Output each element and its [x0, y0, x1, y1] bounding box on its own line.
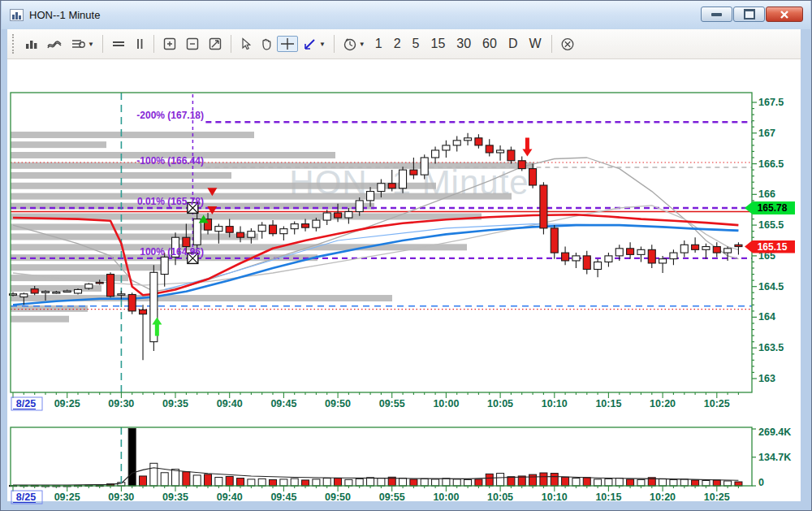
- vertical-lines-button[interactable]: [131, 36, 149, 52]
- volume-axis: 269.4K134.7K0: [752, 427, 791, 489]
- svg-text:09:50: 09:50: [325, 398, 351, 409]
- window-title: HON--1 Minute: [29, 9, 100, 21]
- toolbar-grip[interactable]: [12, 34, 16, 54]
- svg-text:0: 0: [758, 477, 764, 488]
- timeframe-5-button[interactable]: 5: [407, 36, 425, 52]
- timeframe-30-button[interactable]: 30: [451, 36, 477, 52]
- svg-text:10:25: 10:25: [704, 398, 730, 409]
- toolbar-separator: [334, 35, 335, 53]
- parallel-bars-icon: [134, 37, 145, 50]
- indicators-button[interactable]: ▼: [67, 36, 97, 52]
- trendline-icon: [303, 37, 317, 50]
- fib-level-label: -200% (167.18): [103, 110, 204, 121]
- zoom-out-icon: [185, 37, 200, 50]
- svg-text:167.5: 167.5: [758, 97, 784, 108]
- svg-text:09:40: 09:40: [217, 492, 243, 503]
- svg-text:10:20: 10:20: [650, 492, 676, 503]
- svg-text:09:30: 09:30: [108, 398, 134, 409]
- svg-text:09:30: 09:30: [108, 492, 134, 503]
- crosshair-icon: [280, 37, 295, 50]
- zoom-window-icon: [208, 37, 222, 50]
- dropdown-arrow-icon: ▼: [359, 41, 365, 48]
- dropdown-arrow-icon: ▼: [319, 41, 326, 48]
- timeframe-15-button[interactable]: 15: [425, 36, 451, 52]
- toolbar-separator: [551, 35, 552, 53]
- line-style-button[interactable]: [44, 36, 65, 52]
- volume-chart[interactable]: 269.4K134.7K08/2509:2509:3009:3509:4009:…: [7, 426, 802, 507]
- svg-text:10:00: 10:00: [433, 492, 459, 503]
- svg-text:269.4K: 269.4K: [758, 427, 791, 438]
- zoom-out-button[interactable]: [182, 36, 203, 52]
- price-tag-green: 165.78: [745, 201, 795, 214]
- svg-text:10:20: 10:20: [650, 398, 676, 409]
- equals-icon: [111, 37, 126, 50]
- close-button[interactable]: [766, 6, 803, 22]
- svg-text:10:10: 10:10: [542, 398, 568, 409]
- svg-text:163.5: 163.5: [758, 342, 784, 353]
- timeframe-2-button[interactable]: 2: [388, 36, 407, 52]
- timeframe-week-button[interactable]: W: [523, 36, 546, 52]
- svg-text:09:35: 09:35: [162, 492, 188, 503]
- pointer-icon: [240, 37, 251, 50]
- svg-text:10:15: 10:15: [595, 492, 621, 503]
- zoom-window-button[interactable]: [205, 36, 226, 52]
- svg-text:134.7K: 134.7K: [758, 452, 791, 463]
- svg-text:10:05: 10:05: [487, 398, 513, 409]
- svg-text:09:25: 09:25: [54, 398, 80, 409]
- zoom-in-icon: [162, 37, 177, 50]
- toolbar: ▼ ▼ ▼ 1 2 5 15 30 60 D W: [7, 29, 801, 59]
- pan-hand-icon: [259, 37, 272, 50]
- time-axis: 8/2509:2509:3009:3509:4009:4509:5009:551…: [11, 392, 738, 410]
- svg-text:09:35: 09:35: [162, 398, 188, 409]
- fib-level-label: 0.01% (165.78): [103, 196, 204, 207]
- svg-text:164.5: 164.5: [758, 281, 784, 292]
- svg-text:8/25: 8/25: [16, 492, 36, 503]
- timeframe-60-button[interactable]: 60: [477, 36, 503, 52]
- title-bar[interactable]: HON--1 Minute: [2, 1, 810, 29]
- timeframe-1-button[interactable]: 1: [369, 36, 388, 52]
- toolbar-separator: [102, 35, 103, 53]
- crosshair-button[interactable]: [277, 36, 298, 52]
- chart-style-button[interactable]: [21, 36, 42, 52]
- svg-text:8/25: 8/25: [16, 398, 36, 409]
- svg-text:10:25: 10:25: [704, 492, 730, 503]
- svg-text:165.5: 165.5: [758, 219, 784, 231]
- restore-button[interactable]: [733, 6, 765, 22]
- pan-hand-button[interactable]: [256, 36, 275, 52]
- indicators-icon: [70, 37, 86, 50]
- time-interval-button[interactable]: ▼: [339, 36, 369, 53]
- trendline-button[interactable]: ▼: [300, 36, 329, 52]
- svg-text:167: 167: [758, 128, 775, 139]
- svg-text:10:10: 10:10: [542, 492, 568, 503]
- price-tag-red: 165.15: [745, 240, 795, 253]
- svg-text:09:50: 09:50: [325, 492, 351, 503]
- svg-text:166.5: 166.5: [758, 158, 784, 170]
- zoom-in-button[interactable]: [159, 36, 180, 52]
- close-icon: [780, 11, 789, 19]
- svg-text:09:55: 09:55: [379, 492, 405, 503]
- pointer-button[interactable]: [236, 36, 254, 52]
- svg-text:166: 166: [758, 188, 775, 200]
- svg-text:10:15: 10:15: [595, 398, 621, 409]
- line-style-icon: [47, 37, 62, 50]
- time-axis: 8/2509:2509:3009:3509:4009:4509:5009:551…: [11, 486, 738, 504]
- toolbar-separator: [153, 35, 154, 53]
- svg-text:164: 164: [758, 311, 775, 323]
- fib-level-label: -100% (166.44): [103, 155, 204, 167]
- fib-level-label: 100% (164.96): [103, 246, 204, 258]
- horizontal-lines-button[interactable]: [108, 36, 129, 52]
- svg-text:10:00: 10:00: [433, 398, 459, 409]
- svg-text:09:45: 09:45: [270, 398, 296, 409]
- toolbar-separator: [231, 35, 231, 53]
- svg-text:09:45: 09:45: [270, 492, 296, 503]
- cancel-icon: [560, 37, 575, 51]
- dropdown-arrow-icon: ▼: [88, 41, 94, 48]
- timeframe-day-button[interactable]: D: [503, 36, 524, 52]
- svg-text:10:05: 10:05: [487, 492, 513, 503]
- minimize-button[interactable]: [701, 6, 732, 22]
- chart-style-icon: [24, 37, 39, 50]
- chart-region: HON--1 Minute 167.5167166.5166165.516516…: [7, 59, 801, 501]
- svg-text:163: 163: [758, 373, 775, 384]
- svg-text:09:25: 09:25: [54, 492, 80, 503]
- cancel-button[interactable]: [557, 36, 578, 53]
